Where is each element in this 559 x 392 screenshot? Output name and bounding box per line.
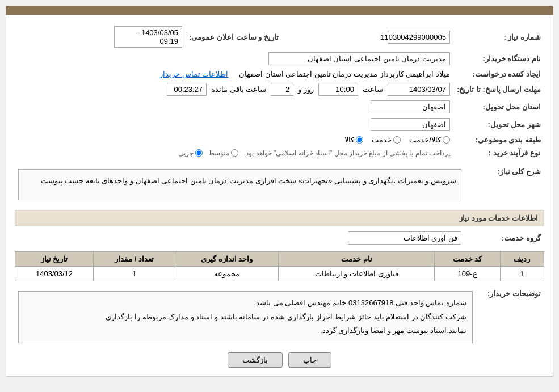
city-value: اصفهان xyxy=(371,118,450,131)
table-row: 1 ع-109 فناوری اطلاعات و ارتباطات مجموعه… xyxy=(15,267,544,281)
creator-label: ایجاد کننده درخواست: xyxy=(453,68,544,81)
buyer-org-label: نام دستگاه خریدار: xyxy=(453,50,544,68)
page-title xyxy=(6,6,553,15)
buyer-notes-box: شماره تماس واحد فنی 03132667918 خانم مهن… xyxy=(18,291,473,343)
notes-table: توضیحات خریدار: شماره تماس واحد فنی 0313… xyxy=(15,286,544,345)
col-name: نام خدمت xyxy=(279,252,435,267)
deadline-remaining: 00:23:27 xyxy=(167,83,207,96)
category-label-kala-khadamat: کالا/خدمت xyxy=(409,136,441,144)
category-label: طبقه بندی موضوعی: xyxy=(453,133,544,146)
deadline-label: مهلت ارسال پاسخ: تا تاریخ: xyxy=(453,81,544,98)
service-group-value: فن آوری اطلاعات xyxy=(348,231,461,245)
process-label-medium: متوسط xyxy=(208,149,229,157)
cell-date: 1403/03/12 xyxy=(15,267,94,281)
need-number-value: 1103004299000005 xyxy=(388,31,450,44)
process-option-medium[interactable]: متوسط xyxy=(208,149,238,157)
deadline-time: 10:00 xyxy=(318,83,358,96)
col-date: تاریخ نیاز xyxy=(15,252,94,267)
service-group-table: گروه خدمت: فن آوری اطلاعات xyxy=(15,229,544,247)
services-section-header: اطلاعات خدمات مورد نیاز xyxy=(15,210,544,226)
services-table: ردیف کد خدمت نام خدمت واحد اندازه گیری ت… xyxy=(15,251,544,281)
process-row: پرداخت تمام یا بخشی از مبلغ خریداز محل "… xyxy=(18,149,450,157)
cell-unit: مجموعه xyxy=(175,267,279,281)
info-table: شماره نیاز : 1103004299000005 تاریخ و سا… xyxy=(15,24,544,159)
buyer-notes-line3: نمایند.اسناد پیوست مهر و امضا وبارگذاری … xyxy=(24,324,466,338)
deadline-days: 2 xyxy=(271,83,293,96)
general-desc-table: شرح کلی نیاز: سرویس و تعمیرات ،نگهداری و… xyxy=(15,164,544,205)
service-group-label: گروه خدمت: xyxy=(465,229,544,247)
button-row: چاپ بازگشت xyxy=(15,352,544,368)
buyer-notes-line1: شماره تماس واحد فنی 03132667918 خانم مهن… xyxy=(24,296,466,310)
process-radio-minor[interactable] xyxy=(195,149,203,157)
category-label-kala: کالا xyxy=(344,136,354,144)
buyer-notes-label: توضیحات خریدار: xyxy=(476,286,544,345)
general-desc-value: سرویس و تعمیرات ،نگهداری و پشتیبانی «تجه… xyxy=(18,169,461,200)
process-label-minor: جزیی xyxy=(178,149,194,157)
contact-link[interactable]: اطلاعات تماس خریدار xyxy=(159,70,228,78)
process-note: پرداخت تمام یا بخشی از مبلغ خریداز محل "… xyxy=(244,149,450,157)
cell-row: 1 xyxy=(500,267,544,281)
buyer-org-value: مدیریت درمان تامین اجتماعی استان اصفهان xyxy=(268,52,450,65)
province-value: اصفهان xyxy=(371,100,450,113)
page-container: شماره نیاز : 1103004299000005 تاریخ و سا… xyxy=(0,0,559,392)
cell-quantity: 1 xyxy=(93,267,175,281)
back-button[interactable]: بازگشت xyxy=(228,352,283,368)
announce-value: 1403/03/05 - 09:19 xyxy=(114,26,182,48)
need-number-label: شماره نیاز : xyxy=(453,24,544,50)
category-option-kala-khadamat[interactable]: کالا/خدمت xyxy=(409,136,450,144)
col-code: کد خدمت xyxy=(435,252,500,267)
deadline-remaining-label: ساعت باقی مانده xyxy=(211,85,266,94)
announce-label: تاریخ و ساعت اعلان عمومی: xyxy=(186,24,296,50)
process-radio-medium[interactable] xyxy=(231,149,238,157)
category-radio-kala[interactable] xyxy=(356,136,363,144)
deadline-date: 1403/03/07 xyxy=(388,83,450,96)
process-label: نوع فرآیند خرید : xyxy=(453,146,544,159)
creator-value: میلاد ابراهیمی کاربرداز مدیریت درمان تام… xyxy=(239,70,450,78)
cell-name: فناوری اطلاعات و ارتباطات xyxy=(279,267,435,281)
col-unit: واحد اندازه گیری xyxy=(175,252,279,267)
col-quantity: تعداد / مقدار xyxy=(93,252,175,267)
category-radio-khadamat[interactable] xyxy=(393,136,401,144)
category-option-khadamat[interactable]: خدمت xyxy=(372,136,401,144)
general-desc-label: شرح کلی نیاز: xyxy=(465,164,544,205)
deadline-time-label: ساعت xyxy=(363,85,383,94)
category-radio-group: کالا/خدمت خدمت کالا xyxy=(18,136,450,144)
category-label-khadamat: خدمت xyxy=(372,136,392,144)
print-button[interactable]: چاپ xyxy=(288,352,331,368)
cell-code: ع-109 xyxy=(435,267,500,281)
buyer-notes-line2: شرکت کنندگان در استعلام باید حائز شرایط … xyxy=(24,310,466,324)
deadline-day-label: روز و xyxy=(298,85,314,94)
category-radio-kala-khadamat[interactable] xyxy=(443,136,450,144)
process-option-minor[interactable]: جزیی xyxy=(178,149,203,157)
city-label: شهر محل تحویل: xyxy=(453,116,544,133)
province-label: استان محل تحویل: xyxy=(453,98,544,116)
col-row: ردیف xyxy=(500,252,544,267)
main-content: شماره نیاز : 1103004299000005 تاریخ و سا… xyxy=(6,15,553,377)
category-option-kala[interactable]: کالا xyxy=(344,136,363,144)
